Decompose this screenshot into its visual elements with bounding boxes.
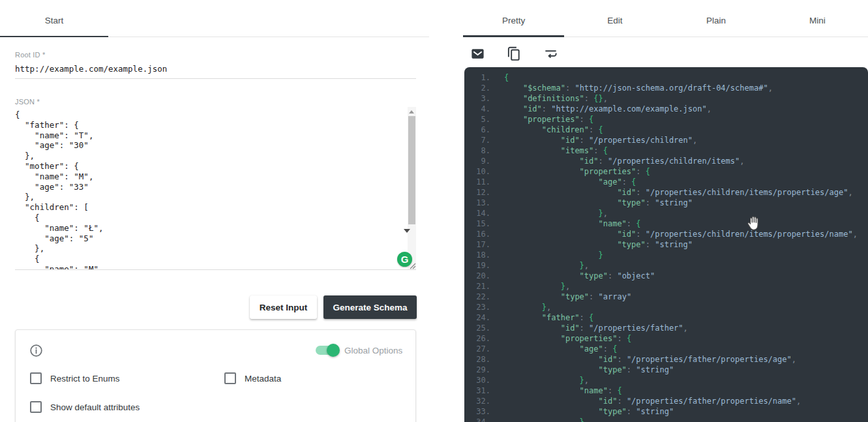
input-panel: Start Root ID * http://example.com/examp… [0,0,429,422]
code-line: 29. "type": "string" [464,365,868,375]
code-line: 30. }, [464,375,868,385]
code-line: 25. "id": "/properties/father", [464,323,868,333]
reset-input-button[interactable]: Reset Input [250,295,317,319]
code-line: 20. "type": "object" [464,271,868,281]
action-buttons: Reset Input Generate Schema [0,295,429,319]
tab-plain[interactable]: Plain [666,0,767,37]
code-line: 8. "items": { [464,145,868,156]
code-line: 16. "id": "/properties/children/items/pr… [464,229,868,239]
tab-edit[interactable]: Edit [564,0,665,37]
checkbox-box [30,372,42,384]
json-label: JSON * [15,98,40,106]
tab-start-label: Start [45,12,64,25]
copy-icon[interactable] [507,46,522,61]
checkbox-box [30,401,42,413]
json-textarea[interactable]: { "father": { "name": "T", "age": "30" }… [15,107,416,270]
code-line: 32. "id": "/properties/father/properties… [464,396,868,406]
checkbox-restrict-to-enums[interactable]: Restrict to Enums [30,372,120,384]
code-line: 23. }, [464,302,868,312]
code-line: 27. "age": { [464,344,868,354]
tab-mini[interactable]: Mini [767,0,868,37]
code-line: 21. }, [464,281,868,292]
code-line: 9. "id": "/properties/children/items", [464,156,868,166]
json-textarea-content: { "father": { "name": "T", "age": "30" }… [15,107,416,270]
scroll-down-icon[interactable] [404,229,410,233]
code-line: 14. }, [464,208,868,219]
resize-handle-icon[interactable] [408,262,416,269]
options-card: Global Options Restrict to Enums Metadat… [15,329,416,422]
code-line: 7. "id": "/properties/children", [464,135,868,145]
code-line: 3. "definitions": {}, [464,93,868,104]
code-line: 10. "properties": { [464,166,868,177]
code-line: 17. "type": "string" [464,239,868,250]
code-line: 34. } [464,417,868,422]
textarea-scrollbar[interactable] [408,107,416,270]
root-id-input[interactable]: http://example.com/example.json [15,64,416,79]
code-line: 2. "$schema": "http://json-schema.org/dr… [464,83,868,93]
info-icon[interactable] [29,344,43,357]
code-line: 13. "type": "string" [464,198,868,208]
code-line: 22. "type": "array" [464,292,868,302]
schema-output[interactable]: 1.{2. "$schema": "http://json-schema.org… [464,67,868,422]
code-line: 5. "properties": { [464,114,868,125]
email-icon[interactable] [470,46,485,61]
code-line: 26. "properties": { [464,333,868,344]
output-toolbar [463,43,573,64]
scroll-up-icon[interactable] [409,110,414,113]
global-options-label: Global Options [344,346,402,355]
code-line: 18. } [464,250,868,260]
global-options-toggle[interactable] [316,344,342,357]
code-line: 1.{ [464,72,868,83]
code-line: 19. }, [464,260,868,271]
code-line: 31. "name": { [464,385,868,396]
hand-grab-cursor [745,214,763,232]
code-line: 4. "id": "http://example.com/example.jso… [464,104,868,114]
app: Start Root ID * http://example.com/examp… [0,0,868,422]
code-line: 28. "id": "/properties/father/properties… [464,354,868,365]
output-panel: Pretty Edit Plain Mini [463,0,868,422]
checkbox-box [224,372,236,384]
generate-schema-button[interactable]: Generate Schema [323,295,417,319]
tab-start[interactable]: Start [0,0,108,37]
schema-code: 1.{2. "$schema": "http://json-schema.org… [464,72,868,422]
code-line: 15. "name": { [464,219,868,229]
root-id-label: Root ID * [15,51,45,59]
checkbox-show-default-attributes[interactable]: Show default attributes [30,401,140,413]
code-line: 11. "age": { [464,177,868,187]
wrap-lines-icon[interactable] [543,46,558,61]
right-tabbar: Pretty Edit Plain Mini [463,0,868,37]
code-line: 33. "type": "string" [464,406,868,417]
code-line: 6. "children": { [464,125,868,135]
left-tabbar: Start [0,0,429,37]
code-line: 24. "father": { [464,312,868,323]
tab-pretty[interactable]: Pretty [463,0,564,37]
code-line: 12. "id": "/properties/children/items/pr… [464,187,868,198]
checkbox-metadata[interactable]: Metadata [224,372,281,384]
scrollbar-thumb[interactable] [408,116,415,224]
